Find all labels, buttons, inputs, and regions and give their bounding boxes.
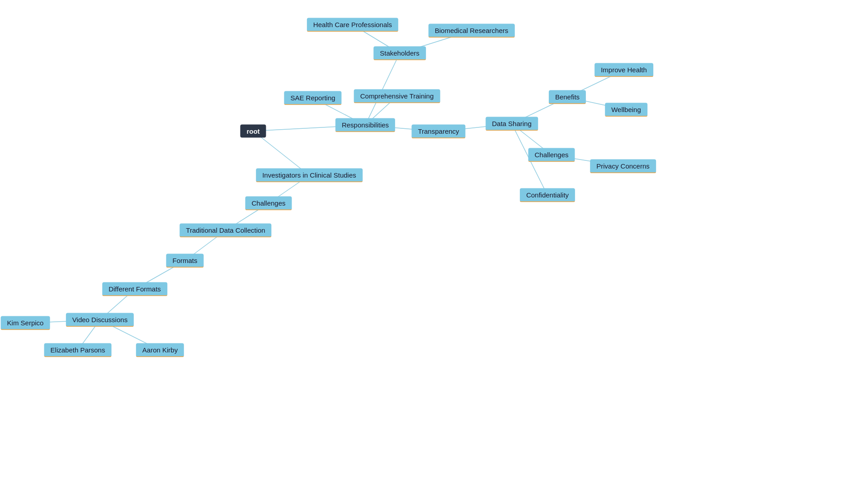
node-challenges_ds[interactable]: Challenges bbox=[528, 148, 575, 162]
node-investigators[interactable]: Investigators in Clinical Studies bbox=[256, 169, 363, 183]
node-root[interactable]: root bbox=[240, 125, 266, 138]
node-different_formats[interactable]: Different Formats bbox=[102, 282, 167, 296]
node-responsibilities[interactable]: Responsibilities bbox=[335, 118, 395, 132]
node-confidentiality[interactable]: Confidentiality bbox=[520, 188, 575, 202]
node-challenges[interactable]: Challenges bbox=[245, 197, 292, 211]
mind-map: rootInvestigators in Clinical StudiesRes… bbox=[0, 0, 868, 488]
node-formats[interactable]: Formats bbox=[166, 254, 203, 268]
node-health_care[interactable]: Health Care Professionals bbox=[307, 18, 398, 32]
node-kim_serpico[interactable]: Kim Serpico bbox=[1, 316, 50, 330]
node-data_sharing[interactable]: Data Sharing bbox=[486, 117, 538, 131]
node-video_discussions[interactable]: Video Discussions bbox=[66, 313, 134, 327]
node-biomedical[interactable]: Biomedical Researchers bbox=[429, 24, 515, 38]
node-transparency[interactable]: Transparency bbox=[411, 125, 465, 139]
node-stakeholders[interactable]: Stakeholders bbox=[373, 47, 426, 61]
node-elizabeth_parsons[interactable]: Elizabeth Parsons bbox=[44, 343, 112, 357]
node-benefits[interactable]: Benefits bbox=[549, 90, 586, 104]
node-privacy_concerns[interactable]: Privacy Concerns bbox=[590, 160, 656, 174]
connections-svg bbox=[0, 0, 868, 488]
node-aaron_kirby[interactable]: Aaron Kirby bbox=[136, 343, 184, 357]
node-comprehensive_training[interactable]: Comprehensive Training bbox=[354, 89, 440, 103]
node-traditional_data[interactable]: Traditional Data Collection bbox=[179, 224, 271, 238]
node-improve_health[interactable]: Improve Health bbox=[594, 63, 653, 77]
node-wellbeing[interactable]: Wellbeing bbox=[605, 103, 647, 117]
node-sae_reporting[interactable]: SAE Reporting bbox=[284, 91, 341, 105]
